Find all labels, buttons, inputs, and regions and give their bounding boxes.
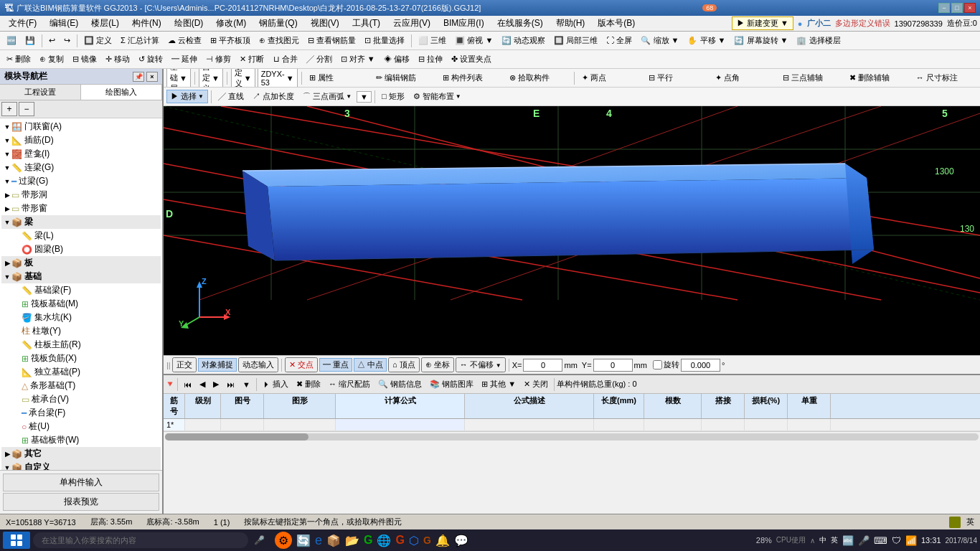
rebar-lib-btn[interactable]: 📚 钢筋图库 xyxy=(426,378,477,390)
tree-item-pile-cap[interactable]: ▭ 桩承台(V) xyxy=(1,392,161,406)
menu-edit[interactable]: 编辑(E) xyxy=(44,16,84,31)
app-icon-8[interactable]: G xyxy=(395,534,404,547)
tree-item-conn-beam[interactable]: ▼ 📏 连梁(G) xyxy=(1,161,161,174)
dynamic-input-btn[interactable]: 动态输入 xyxy=(238,357,278,372)
midpoint-btn[interactable]: △ 中点 xyxy=(354,358,387,372)
app-icon-7[interactable]: 🌐 xyxy=(377,534,391,547)
menu-version[interactable]: 版本号(B) xyxy=(592,16,641,31)
toolbar-orbit-btn[interactable]: 🔄 动态观察 xyxy=(498,34,549,47)
tree-item-col-pier[interactable]: 柱 柱墩(Y) xyxy=(1,324,161,338)
nav-prev-btn[interactable]: ◀ xyxy=(196,379,209,390)
toolbar-define-btn[interactable]: 🔲 定义 xyxy=(80,34,116,47)
menu-rebar[interactable]: 钢筋量(Q) xyxy=(253,16,303,31)
arc-tool-btn[interactable]: ⌒ 三点画弧 ▼ xyxy=(299,90,355,103)
menu-file[interactable]: 文件(F) xyxy=(3,16,42,31)
tree-item-found-beam[interactable]: 📏 基础梁(F) xyxy=(1,283,161,297)
panel-pin-btn[interactable]: 📌 xyxy=(133,72,144,82)
other-btn[interactable]: ⊞ 其他 ▼ xyxy=(478,378,519,390)
tree-item-strip-window[interactable]: ▶ ▭ 带形窗 xyxy=(1,202,161,215)
horizontal-scrollbar[interactable] xyxy=(165,433,308,441)
close-button[interactable]: × xyxy=(964,3,976,13)
property-btn[interactable]: ⊞ 属性 xyxy=(306,69,370,88)
select-tool-btn[interactable]: ▶ 选择 ▼ xyxy=(166,90,208,103)
nav-last-btn[interactable]: ⏭ xyxy=(223,380,238,390)
toolbar-find-btn[interactable]: ⊕ 查找图元 xyxy=(255,34,303,47)
two-point-axis-btn[interactable]: ✦ 两点 xyxy=(578,69,643,88)
tree-area[interactable]: ▼ 🪟 门联窗(A) ▼ 📐 插筋(D) ▼ 🧱 壁龛(I) ▼ 📏 xyxy=(0,118,162,470)
tb2-move-btn[interactable]: ✛ 移动 xyxy=(102,53,133,65)
nav-down-btn[interactable]: ▼ xyxy=(239,380,254,390)
minimize-button[interactable]: − xyxy=(938,3,950,13)
toolbar-fullscreen-btn[interactable]: ⛶ 全屏 xyxy=(603,34,636,47)
rotate-input[interactable] xyxy=(681,359,720,372)
line-tool-btn[interactable]: ╱ 直线 xyxy=(215,90,248,103)
ortho-btn[interactable]: 正交 xyxy=(172,357,197,372)
tb2-rotate-btn[interactable]: ↺ 旋转 xyxy=(135,53,166,65)
toolbar-3d-btn[interactable]: ⬜ 三维 xyxy=(415,34,450,47)
app-icon-9[interactable]: ⬡ xyxy=(409,534,419,547)
floor-dropdown[interactable]: 基础层 ▼ xyxy=(166,69,191,88)
cell-formula[interactable] xyxy=(336,419,465,430)
tab-draw-input[interactable]: 绘图输入 xyxy=(81,85,162,100)
menu-bim[interactable]: BIM应用(I) xyxy=(438,16,490,31)
tb2-stretch-btn[interactable]: ⊟ 拉伸 xyxy=(415,53,446,65)
new-change-btn[interactable]: ▶ 新建变更 ▼ xyxy=(732,17,793,30)
tree-item-raft-found[interactable]: ⊞ 筏板基础(M) xyxy=(1,297,161,311)
panel-close-btn[interactable]: × xyxy=(146,72,158,82)
menu-cloud[interactable]: 云应用(V) xyxy=(387,16,436,31)
app-icon-6[interactable]: G xyxy=(364,534,372,547)
menu-element[interactable]: 构件(N) xyxy=(126,16,167,31)
del-axis-btn[interactable]: ✖ 删除辅轴 xyxy=(846,69,910,88)
rebar-info-btn[interactable]: 🔍 钢筋信息 xyxy=(374,378,425,390)
menu-service[interactable]: 在线服务(S) xyxy=(491,16,549,31)
toolbar-batch-btn[interactable]: ⊡ 批量选择 xyxy=(361,34,408,47)
nav-next-btn[interactable]: ▶ xyxy=(209,379,222,390)
toolbar-local3d-btn[interactable]: 🔲 局部三维 xyxy=(550,34,601,47)
y-input[interactable] xyxy=(593,359,633,372)
single-element-input-btn[interactable]: 单构件输入 xyxy=(3,474,159,491)
dim-btn[interactable]: ↔ 尺寸标注 xyxy=(913,69,977,88)
vertex-btn[interactable]: ⌂ 顶点 xyxy=(388,357,420,372)
toolbar-redo-btn[interactable]: ↪ xyxy=(60,35,74,46)
menu-view[interactable]: 视图(V) xyxy=(305,16,345,31)
menu-floor[interactable]: 楼层(L) xyxy=(85,16,125,31)
toolbar-select-floor-btn[interactable]: 🏢 选择楼层 xyxy=(793,34,844,47)
tree-item-cap-beam[interactable]: ━ 承台梁(F) xyxy=(1,406,161,420)
tb2-align-btn[interactable]: ⊡ 对齐 ▼ xyxy=(337,53,379,65)
panel-remove-btn[interactable]: − xyxy=(19,102,34,116)
element-list-btn[interactable]: ⊞ 构件列表 xyxy=(439,69,504,88)
cell-form[interactable] xyxy=(264,419,336,430)
tray-keyboard-icon[interactable]: ⌨ xyxy=(874,535,887,546)
cell-desc[interactable] xyxy=(465,419,594,430)
scale-config-btn[interactable]: ↔ 缩尺配筋 xyxy=(325,378,374,390)
close-panel-btn[interactable]: ✕ 关闭 xyxy=(520,378,552,390)
tray-ime-icon[interactable]: 🔤 xyxy=(842,535,854,546)
point-len-tool-btn[interactable]: ↗ 点加长度 xyxy=(249,90,298,103)
no-offset-btn[interactable]: ↔ 不偏移 ▼ xyxy=(456,357,506,372)
tree-item-found-band[interactable]: ⊞ 基础板带(W) xyxy=(1,433,161,447)
viewport-3d[interactable]: 3 E 4 5 1300 130 D xyxy=(164,106,980,355)
tree-item-raft-neg[interactable]: ⊞ 筏板负筋(X) xyxy=(1,352,161,365)
point-angle-axis-btn[interactable]: ✦ 点角 xyxy=(712,69,776,88)
zdyx-dropdown[interactable]: ZDYX-53 ▼ xyxy=(258,69,298,88)
tb2-copy-btn[interactable]: ⊕ 复制 xyxy=(36,53,67,65)
toolbar-topview-btn[interactable]: 🔳 俯视 ▼ xyxy=(451,34,496,47)
tree-section-foundation[interactable]: ▼ 📦 基础 xyxy=(1,270,161,283)
taskbar-search[interactable] xyxy=(33,532,248,548)
app-icon-12[interactable]: 💬 xyxy=(454,534,468,547)
app-icon-11[interactable]: 🔔 xyxy=(435,534,450,547)
toolbar-cloud-check-btn[interactable]: ☁ 云检查 xyxy=(164,34,205,47)
tree-item-over-beam[interactable]: ▼ ━ 过梁(G) xyxy=(1,174,161,188)
toolbar-save-btn[interactable]: 💾 xyxy=(22,35,39,46)
tb2-split-btn[interactable]: ╱ 分割 xyxy=(303,53,336,65)
start-button[interactable] xyxy=(3,532,30,549)
tree-item-wall-niche[interactable]: ▼ 🧱 壁龛(I) xyxy=(1,147,161,161)
tb2-extend-btn[interactable]: ━ 延伸 xyxy=(168,53,201,65)
object-snap-btn[interactable]: 对象捕捉 xyxy=(198,358,237,372)
menu-draw[interactable]: 绘图(D) xyxy=(169,16,209,31)
toolbar-rotate-btn[interactable]: 🔄 屏幕旋转 ▼ xyxy=(730,34,791,47)
cell-loss[interactable] xyxy=(745,419,788,430)
menu-tools[interactable]: 工具(T) xyxy=(347,16,386,31)
app-icon-1[interactable]: ⚙ xyxy=(275,532,292,549)
app-icon-2[interactable]: 🔄 xyxy=(296,534,311,547)
